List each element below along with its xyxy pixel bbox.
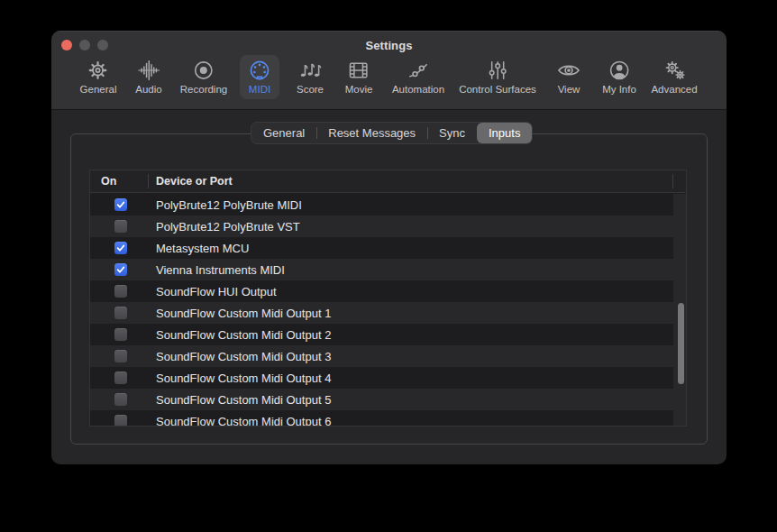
table-row[interactable]: SoundFlow Custom Midi Output 5 (90, 389, 674, 410)
column-header-device: Device or Port (156, 170, 233, 193)
device-name: SoundFlow Custom Midi Output 6 (156, 415, 331, 427)
toolbar-item-movie[interactable]: Movie (337, 55, 381, 99)
toolbar-item-label: MIDI (249, 84, 270, 95)
device-checkbox[interactable] (114, 328, 127, 341)
tab-general[interactable]: General (251, 123, 316, 143)
device-checkbox[interactable] (114, 285, 127, 298)
toolbar-item-my-info[interactable]: My Info (594, 55, 644, 99)
device-checkbox[interactable] (114, 198, 127, 211)
table-row[interactable]: SoundFlow Custom Midi Output 6 (90, 410, 674, 427)
film-icon (347, 59, 370, 82)
window-title: Settings (51, 39, 727, 52)
person-icon (608, 59, 631, 82)
toolbar-item-label: General (80, 84, 117, 95)
device-name: SoundFlow Custom Midi Output 3 (156, 350, 331, 363)
device-checkbox[interactable] (114, 350, 127, 362)
device-name: SoundFlow Custom Midi Output 4 (156, 371, 331, 385)
column-divider (672, 174, 673, 188)
device-name: SoundFlow HUI Output (156, 285, 277, 298)
device-list: PolyBrute12 PolyBrute MIDI PolyBrute12 P… (90, 194, 674, 427)
scrollbar-thumb[interactable] (678, 303, 684, 384)
toolbar-item-label: View (558, 84, 580, 95)
notes-icon (298, 59, 322, 82)
waveform-icon (137, 59, 160, 82)
device-checkbox[interactable] (114, 393, 127, 406)
device-name: PolyBrute12 PolyBrute VST (156, 220, 300, 234)
settings-window: Settings General Audio Recording MIDI Sc… (51, 31, 727, 464)
toolbar-item-label: Score (297, 84, 324, 95)
toolbar-item-audio[interactable]: Audio (127, 55, 169, 99)
midi-subtabs: GeneralReset MessagesSyncInputs (251, 122, 533, 144)
toolbar-item-control-surfaces[interactable]: Control Surfaces (451, 55, 544, 99)
toolbar-item-label: Automation (392, 84, 444, 95)
tab-sync[interactable]: Sync (427, 123, 477, 143)
midi-icon (248, 59, 271, 82)
table-row[interactable]: Metasystem MCU (90, 237, 674, 259)
toolbar-item-label: My Info (602, 84, 636, 95)
gear-icon (87, 59, 110, 82)
column-divider (148, 174, 149, 188)
toolbar-item-label: Advanced (651, 84, 697, 95)
toolbar-item-label: Recording (180, 84, 227, 95)
table-row[interactable]: SoundFlow Custom Midi Output 1 (90, 302, 674, 324)
automation-icon (407, 59, 430, 82)
eye-icon (557, 59, 580, 82)
table-row[interactable]: SoundFlow HUI Output (90, 280, 674, 302)
toolbar-item-score[interactable]: Score (288, 55, 332, 99)
table-header: On Device or Port (90, 170, 686, 193)
toolbar-item-automation[interactable]: Automation (384, 55, 452, 99)
tab-inputs[interactable]: Inputs (477, 123, 532, 143)
tab-reset-messages[interactable]: Reset Messages (316, 123, 427, 143)
device-checkbox[interactable] (114, 307, 127, 319)
device-name: PolyBrute12 PolyBrute MIDI (156, 198, 302, 212)
device-name: SoundFlow Custom Midi Output 2 (156, 328, 331, 342)
device-checkbox[interactable] (114, 242, 127, 254)
toolbar-item-recording[interactable]: Recording (172, 55, 235, 99)
table-row[interactable]: Vienna Instruments MIDI (90, 259, 674, 280)
table-row[interactable]: PolyBrute12 PolyBrute VST (90, 216, 674, 237)
gears-icon (663, 59, 686, 82)
device-name: SoundFlow Custom Midi Output 5 (156, 393, 331, 407)
column-header-on: On (101, 170, 116, 193)
toolbar-item-advanced[interactable]: Advanced (643, 55, 705, 99)
toolbar-item-label: Movie (345, 84, 373, 95)
device-checkbox[interactable] (114, 263, 127, 276)
device-checkbox[interactable] (114, 220, 127, 233)
toolbar-item-midi[interactable]: MIDI (240, 55, 279, 99)
device-checkbox[interactable] (114, 371, 127, 384)
record-icon (192, 59, 215, 82)
faders-icon (486, 59, 509, 82)
table-row[interactable]: SoundFlow Custom Midi Output 4 (90, 367, 674, 389)
desktop-background: Settings General Audio Recording MIDI Sc… (0, 0, 777, 532)
toolbar-item-view[interactable]: View (549, 55, 589, 99)
device-name: SoundFlow Custom Midi Output 1 (156, 307, 331, 320)
toolbar-item-general[interactable]: General (72, 55, 125, 99)
device-name: Metasystem MCU (156, 242, 249, 255)
device-name: Vienna Instruments MIDI (156, 263, 285, 277)
table-row[interactable]: PolyBrute12 PolyBrute MIDI (90, 194, 674, 216)
toolbar-item-label: Control Surfaces (459, 84, 536, 95)
device-checkbox[interactable] (114, 415, 127, 427)
midi-inputs-table: On Device or Port PolyBrute12 PolyBrute … (89, 170, 687, 427)
toolbar-item-label: Audio (135, 84, 161, 95)
table-row[interactable]: SoundFlow Custom Midi Output 2 (90, 324, 674, 345)
table-row[interactable]: SoundFlow Custom Midi Output 3 (90, 345, 674, 367)
title-bar[interactable]: Settings General Audio Recording MIDI Sc… (51, 31, 727, 110)
